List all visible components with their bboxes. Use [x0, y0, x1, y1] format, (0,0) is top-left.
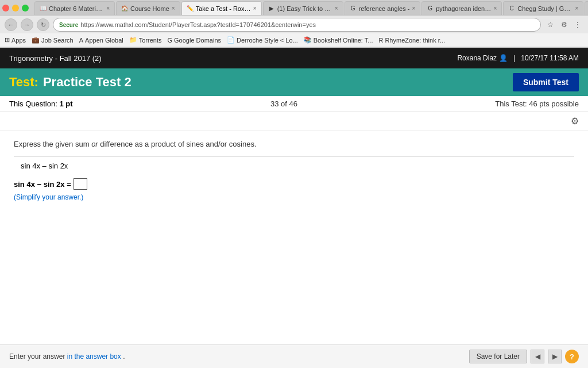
minimize-window-button[interactable] — [12, 5, 19, 12]
browser-chrome: 📖Chapter 6 Material...×🏠Course Home×✏️Ta… — [0, 0, 588, 48]
bookmark-label: Bookshelf Online: T... — [314, 37, 373, 44]
bookmark-item[interactable]: RRhymeZone: think r... — [378, 37, 445, 44]
bookmark-item[interactable]: 📁Torrents — [129, 36, 162, 44]
window-buttons — [2, 5, 29, 12]
tab-close-icon[interactable]: × — [335, 5, 338, 12]
url-text: https://www.mathxl.com/Student/PlayerTes… — [80, 21, 316, 28]
answer-input[interactable] — [74, 178, 87, 190]
question-pts-value: 1 pt — [59, 99, 72, 108]
tab-favicon: 🏠 — [121, 5, 128, 12]
bookmark-label: Appen Global — [85, 37, 123, 44]
separator: | — [513, 54, 515, 62]
bookmark-icon: G — [168, 37, 173, 44]
bookmark-item[interactable]: 📄Derroche Style < Lo... — [227, 36, 298, 44]
extensions-icon[interactable]: ⚙ — [558, 19, 570, 30]
pts-possible-value: 46 pts possible — [529, 99, 579, 108]
question-bar: This Question: 1 pt 33 of 46 This Test: … — [0, 96, 588, 112]
bookmark-label: Torrents — [139, 37, 162, 44]
bookmark-label: Job Search — [41, 37, 74, 44]
expression-display: sin 4x – sin 2x — [21, 162, 574, 170]
tab-label: Chegg Study | Guid... — [517, 5, 572, 12]
browser-tab-tab6[interactable]: Gpythagorean identit...× — [421, 1, 502, 15]
reload-button[interactable]: ↻ — [37, 18, 49, 31]
tab-label: reference angles - — [359, 5, 410, 12]
user-icon: 👤 — [499, 54, 508, 62]
user-name: Roxana Diaz 👤 — [457, 54, 508, 62]
bookmark-item[interactable]: ⊞Apps — [5, 36, 26, 44]
tab-label: Course Home — [130, 5, 169, 12]
back-button[interactable]: ← — [5, 18, 17, 31]
browser-tab-tab5[interactable]: Greference angles -× — [345, 1, 421, 15]
app-title: Trigonometry - Fall 2017 (2) — [9, 54, 102, 63]
bookmark-item[interactable]: 💼Job Search — [32, 36, 74, 44]
address-bar[interactable]: Secure https://www.mathxl.com/Student/Pl… — [53, 18, 541, 32]
user-info: Roxana Diaz 👤 | 10/27/17 11:58 AM — [457, 54, 579, 62]
tab-favicon: C — [508, 5, 515, 12]
submit-test-button[interactable]: Submit Test — [513, 73, 579, 91]
simplify-note: (Simplify your answer.) — [14, 193, 574, 201]
math-prefix: sin 4x − sin 2x = — [14, 180, 71, 189]
tab-favicon: 📖 — [40, 5, 47, 12]
tab-bar: 📖Chapter 6 Material...×🏠Course Home×✏️Ta… — [0, 0, 588, 16]
tab-close-icon[interactable]: × — [172, 5, 175, 12]
browser-tab-tab7[interactable]: CChegg Study | Guid...× — [503, 1, 583, 15]
bookmark-label: RhymeZone: think r... — [385, 37, 445, 44]
browser-tab-tab2[interactable]: 🏠Course Home× — [116, 1, 180, 15]
bookmarks-bar: ⊞Apps💼Job SearchAAppen Global📁TorrentsGG… — [0, 33, 588, 47]
secure-badge: Secure — [59, 22, 78, 28]
test-label: Test: — [9, 75, 38, 90]
tab-close-icon[interactable]: × — [412, 5, 415, 12]
question-pts-section: This Question: 1 pt — [9, 99, 73, 108]
test-title: Test: Practice Test 2 — [9, 75, 131, 90]
close-window-button[interactable] — [2, 5, 9, 12]
tab-close-icon[interactable]: × — [493, 5, 497, 12]
tab-favicon: ▶ — [268, 5, 275, 12]
user-name-text: Roxana Diaz — [457, 54, 497, 62]
bookmark-label: Derroche Style < Lo... — [237, 37, 298, 44]
test-name: Practice Test 2 — [43, 75, 131, 90]
browser-tab-tab4[interactable]: ▶(1) Easy Trick to Fin...× — [263, 1, 343, 15]
bookmark-item[interactable]: GGoogle Domains — [168, 37, 222, 44]
main-content: Express the given sum or difference as a… — [0, 131, 588, 338]
tab-favicon: G — [350, 5, 357, 12]
bookmark-icon: ⊞ — [5, 36, 10, 44]
test-header: Test: Practice Test 2 Submit Test — [0, 68, 588, 96]
tabs-container: 📖Chapter 6 Material...×🏠Course Home×✏️Ta… — [34, 1, 588, 15]
tab-favicon: ✏️ — [187, 5, 194, 12]
this-question-label: This Question: — [9, 99, 57, 108]
address-bar-row: ← → ↻ Secure https://www.mathxl.com/Stud… — [0, 16, 588, 33]
bookmark-item[interactable]: 📚Bookshelf Online: T... — [304, 36, 373, 44]
bookmark-label: Google Domains — [174, 37, 221, 44]
tab-label: pythagorean identit... — [436, 5, 491, 12]
bookmark-icon: 📚 — [304, 36, 312, 44]
browser-tab-tab8[interactable]: ❤Roxana-Personal× — [585, 1, 588, 15]
bookmark-icon: 📁 — [129, 36, 137, 44]
tab-close-icon[interactable]: × — [253, 5, 257, 12]
browser-tab-tab1[interactable]: 📖Chapter 6 Material...× — [34, 1, 115, 15]
bookmark-item[interactable]: AAppen Global — [79, 37, 123, 44]
tab-favicon: G — [427, 5, 434, 12]
maximize-window-button[interactable] — [22, 5, 29, 12]
tab-label: Chapter 6 Material... — [49, 5, 104, 12]
star-icon[interactable]: ☆ — [544, 19, 556, 30]
question-progress: 33 of 46 — [270, 99, 297, 108]
tab-label: Take a Test - Roxan... — [196, 5, 251, 12]
expression-text: sin 4x – sin 2x — [21, 162, 68, 170]
tab-close-icon[interactable]: × — [575, 5, 578, 12]
divider-line — [14, 156, 574, 157]
gear-icon[interactable]: ⚙ — [571, 116, 579, 126]
settings-row: ⚙ — [0, 112, 588, 131]
menu-icon[interactable]: ⋮ — [572, 19, 583, 30]
question-instruction: Express the given sum or difference as a… — [14, 140, 574, 148]
tab-close-icon[interactable]: × — [106, 5, 110, 12]
toolbar-icons: ☆ ⚙ ⋮ — [544, 19, 583, 30]
bookmark-icon: 📄 — [227, 36, 235, 44]
this-test-label: This Test: — [495, 99, 527, 108]
bookmark-icon: A — [79, 37, 83, 44]
bookmarks-container: ⊞Apps💼Job SearchAAppen Global📁TorrentsGG… — [5, 36, 445, 44]
math-answer-line: sin 4x − sin 2x = — [14, 178, 574, 190]
forward-button[interactable]: → — [21, 18, 33, 31]
bookmark-icon: 💼 — [32, 36, 40, 44]
browser-tab-tab3[interactable]: ✏️Take a Test - Roxan...× — [181, 1, 262, 15]
question-total-section: This Test: 46 pts possible — [495, 99, 579, 108]
